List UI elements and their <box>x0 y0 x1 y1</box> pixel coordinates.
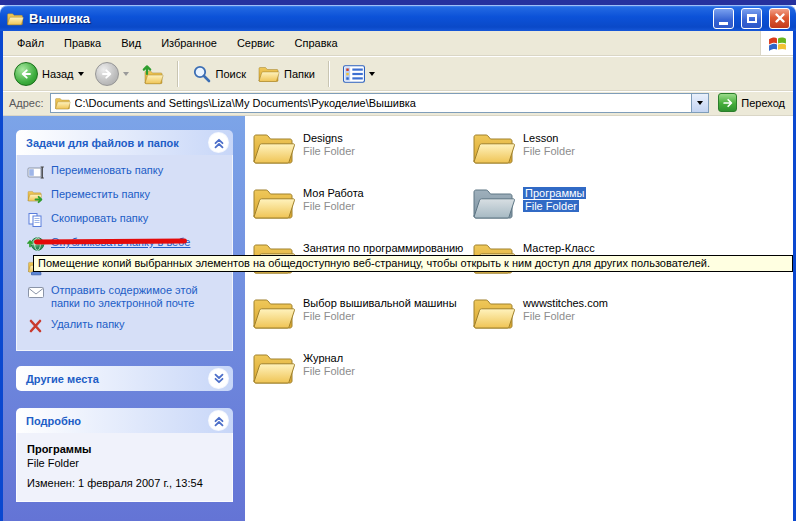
folder-type: File Folder <box>303 365 355 377</box>
details-item-name: Программы <box>27 443 224 455</box>
address-label: Адрес: <box>9 97 44 109</box>
task-move-folder[interactable]: Переместить папку <box>27 188 228 204</box>
folder-tile-selected[interactable]: Программы File Folder <box>471 183 691 238</box>
search-label: Поиск <box>216 68 246 80</box>
go-label: Переход <box>741 97 785 109</box>
folder-tile[interactable]: Моя Работа File Folder <box>251 183 471 238</box>
forward-button[interactable] <box>92 60 132 88</box>
folder-name: Журнал <box>303 352 343 364</box>
address-input[interactable]: C:\Documents and Settings\Liza\My Docume… <box>50 93 710 113</box>
collapse-button[interactable] <box>209 411 228 430</box>
tasks-panel-title: Задачи для файлов и папок <box>26 137 179 149</box>
details-panel: Подробно Программы File Folder Изменен: … <box>16 408 233 502</box>
search-icon <box>192 64 212 84</box>
folder-icon <box>251 293 295 331</box>
folder-icon <box>471 128 515 166</box>
toolbar-separator <box>177 61 179 87</box>
move-folder-icon <box>27 188 45 204</box>
menu-help[interactable]: Справка <box>285 33 348 53</box>
forward-dropdown-icon[interactable] <box>123 72 129 76</box>
menu-file[interactable]: Файл <box>7 33 54 53</box>
folder-icon-selected <box>471 183 515 221</box>
chevron-down-icon <box>212 372 226 386</box>
other-places-header[interactable]: Другие места <box>16 366 233 391</box>
folder-type: File Folder <box>303 200 355 212</box>
go-button[interactable]: Переход <box>715 92 788 113</box>
folder-tile[interactable]: Lesson File Folder <box>471 128 691 183</box>
copy-icon <box>27 212 45 228</box>
rename-icon <box>27 164 45 180</box>
folder-name: Занятия по программированию <box>303 242 463 254</box>
folder-icon <box>471 293 515 331</box>
red-underline-annotation <box>34 238 187 244</box>
task-label: Отправить содержимое этой папки по элект… <box>51 284 228 310</box>
folder-icon <box>251 348 295 386</box>
folder-name: Designs <box>303 132 343 144</box>
menu-edit[interactable]: Правка <box>54 33 111 53</box>
go-arrow-icon <box>718 93 737 112</box>
folder-name: Выбор вышивальной машины <box>303 297 457 309</box>
folders-button[interactable]: Папки <box>254 62 318 85</box>
task-copy-folder[interactable]: Скопировать папку <box>27 212 228 228</box>
explorer-window: Вышивка Файл Правка Вид Избранное Сервис… <box>0 0 796 521</box>
address-dropdown-button[interactable] <box>691 94 708 112</box>
chevron-up-icon <box>212 414 226 428</box>
folder-name: Lesson <box>523 132 558 144</box>
folder-name: Моя Работа <box>303 187 364 199</box>
back-label: Назад <box>42 68 74 80</box>
windows-logo <box>760 31 793 55</box>
expand-button[interactable] <box>209 369 228 388</box>
folder-name: wwwstitches.com <box>523 297 608 309</box>
collapse-button[interactable] <box>209 133 228 152</box>
maximize-button[interactable] <box>741 8 762 29</box>
folder-tile[interactable]: Журнал File Folder <box>251 348 471 403</box>
delete-icon <box>27 318 45 334</box>
minimize-icon <box>719 22 728 25</box>
toolbar: Назад Поиск Папки <box>3 57 793 91</box>
tasks-panel-header[interactable]: Задачи для файлов и папок <box>16 130 233 155</box>
views-dropdown-icon[interactable] <box>369 72 375 76</box>
chevron-down-icon <box>697 101 703 105</box>
window-title: Вышивка <box>29 11 706 26</box>
task-rename-folder[interactable]: Переименовать папку <box>27 164 228 180</box>
toolbar-separator <box>328 61 330 87</box>
task-label: Скопировать папку <box>51 212 148 225</box>
task-email-folder[interactable]: Отправить содержимое этой папки по элект… <box>27 284 228 310</box>
folder-view: Designs File Folder Lesson File Folder М… <box>245 116 793 521</box>
folder-type: File Folder <box>523 145 575 157</box>
address-folder-icon <box>54 96 71 110</box>
close-button[interactable] <box>769 8 790 29</box>
back-button[interactable]: Назад <box>11 60 87 88</box>
details-item-modified: Изменен: 1 февраля 2007 г., 13:54 <box>27 477 224 489</box>
address-path: C:\Documents and Settings\Liza\My Docume… <box>75 97 688 109</box>
folders-label: Папки <box>284 68 315 80</box>
task-delete-folder[interactable]: Удалить папку <box>27 318 228 334</box>
menu-tools[interactable]: Сервис <box>227 33 285 53</box>
task-label: Удалить папку <box>51 318 125 331</box>
chevron-up-icon <box>212 136 226 150</box>
menu-view[interactable]: Вид <box>111 33 151 53</box>
up-button[interactable] <box>137 61 167 87</box>
back-dropdown-icon[interactable] <box>78 72 84 76</box>
tasks-panel-body: Переименовать папку Переместить папку <box>16 155 233 351</box>
other-places-title: Другие места <box>26 373 99 385</box>
folder-type: File Folder <box>523 310 575 322</box>
back-icon <box>14 62 38 86</box>
menu-favorites[interactable]: Избранное <box>151 33 227 53</box>
folder-tile[interactable]: Выбор вышивальной машины File Folder <box>251 293 471 348</box>
views-icon <box>343 65 365 83</box>
details-panel-header[interactable]: Подробно <box>16 408 233 433</box>
folder-name: Мастер-Класс <box>523 242 595 254</box>
folder-tile[interactable]: wwwstitches.com File Folder <box>471 293 691 348</box>
minimize-button[interactable] <box>713 8 734 29</box>
folder-tile[interactable]: Designs File Folder <box>251 128 471 183</box>
window-folder-icon <box>6 11 24 26</box>
details-panel-body: Программы File Folder Изменен: 1 февраля… <box>16 433 233 502</box>
views-button[interactable] <box>340 63 378 85</box>
folder-icon <box>251 128 295 166</box>
windows-flag-icon <box>768 35 787 52</box>
other-places-panel: Другие места <box>16 366 233 391</box>
folder-name: Программы <box>523 187 586 199</box>
search-button[interactable]: Поиск <box>189 62 249 86</box>
forward-icon <box>95 62 119 86</box>
